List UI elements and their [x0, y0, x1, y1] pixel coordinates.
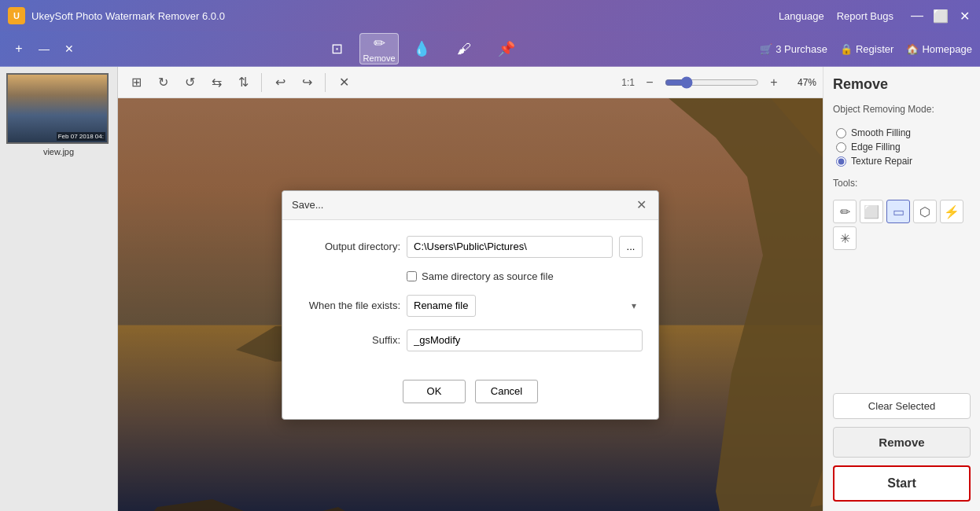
zoom-in-btn[interactable]: +: [762, 71, 786, 94]
add-file-btn[interactable]: +: [8, 38, 30, 60]
eraser-tool[interactable]: ⬜: [860, 200, 883, 223]
suffix-label: Suffix:: [298, 334, 400, 346]
edge-filling-radio[interactable]: [836, 142, 846, 153]
zoom-percent-label: 47%: [789, 77, 816, 88]
crop-tool-btn[interactable]: ⊡: [317, 33, 356, 64]
modal-overlay: Save... ✕ Output directory: ...: [118, 98, 823, 511]
file-exists-select-wrapper: Rename file Overwrite Skip ▾: [407, 295, 643, 317]
flip-v-btn[interactable]: ⇅: [231, 71, 255, 94]
texture-repair-label: Texture Repair: [851, 156, 912, 167]
thumbnail-item[interactable]: Feb 07 2018 04: view.jpg: [6, 73, 111, 156]
zoom-1to1-label[interactable]: 1:1: [621, 77, 635, 88]
browse-btn[interactable]: ...: [619, 236, 643, 258]
file-exists-label: When the file exists:: [298, 300, 400, 311]
pen-tool[interactable]: ✏: [833, 200, 857, 223]
register-btn[interactable]: 🔒 Register: [840, 43, 893, 55]
grid-btn[interactable]: ⊞: [124, 71, 148, 94]
thumbnail-date: Feb 07 2018 04:: [57, 132, 105, 141]
remove-tool-label: Remove: [363, 53, 396, 63]
file-exists-row: When the file exists: Rename file Overwr…: [298, 295, 643, 317]
dialog-close-btn[interactable]: ✕: [633, 197, 649, 213]
dialog-footer: OK Cancel: [282, 380, 658, 419]
restore-btn[interactable]: ⬜: [933, 9, 949, 24]
clear-selected-button[interactable]: Clear Selected: [833, 393, 971, 419]
smooth-filling-label: Smooth Filling: [851, 127, 911, 138]
magic-wand-tool[interactable]: ⚡: [940, 200, 963, 223]
cancel-button[interactable]: Cancel: [475, 380, 538, 403]
file-exists-select[interactable]: Rename file Overwrite Skip: [407, 295, 476, 317]
close-btn[interactable]: ✕: [956, 9, 972, 24]
panel-title: Remove: [833, 76, 971, 93]
language-btn[interactable]: Language: [779, 10, 824, 22]
edge-filling-label: Edge Filling: [851, 142, 901, 153]
purchase-btn[interactable]: 🛒 3 Purchase: [760, 43, 827, 55]
rotate-cw-btn[interactable]: ↻: [151, 71, 175, 94]
remove-file-btn[interactable]: —: [33, 38, 55, 60]
smooth-filling-radio[interactable]: [836, 128, 846, 138]
brush-tool-btn[interactable]: 🖌: [444, 33, 484, 64]
dialog-title: Save...: [292, 199, 323, 211]
tools-section-label: Tools:: [833, 178, 971, 189]
thumbnail-filename: view.jpg: [6, 147, 111, 156]
output-dir-row: Output directory: ...: [298, 236, 643, 258]
tb-sep-2: [325, 73, 326, 92]
app-bar-right: 🛒 3 Purchase 🔒 Register 🏠 Homepage: [760, 43, 972, 55]
suffix-row: Suffix:: [298, 329, 643, 351]
zoom-slider[interactable]: [665, 76, 759, 89]
same-dir-row: Same directory as source file: [298, 270, 643, 282]
same-dir-label: Same directory as source file: [422, 270, 554, 282]
title-bar: U UkeySoft Photo Watermark Remover 6.0.0…: [0, 0, 980, 31]
tb-sep-1: [261, 73, 262, 92]
pin-tool-btn[interactable]: 📌: [487, 33, 526, 64]
output-dir-input[interactable]: [407, 236, 613, 258]
edge-filling-option[interactable]: Edge Filling: [836, 142, 971, 153]
zoom-out-btn[interactable]: −: [638, 71, 661, 94]
dialog-header: Save... ✕: [282, 191, 658, 220]
thumbnail-preview: Feb 07 2018 04:: [6, 73, 109, 144]
close-image-btn[interactable]: ✕: [332, 71, 356, 94]
main-tools: ⊡ ✏ Remove 💧 🖌 📌: [317, 33, 526, 64]
mode-label: Object Removing Mode:: [833, 104, 971, 115]
homepage-btn[interactable]: 🏠 Homepage: [906, 43, 972, 55]
undo-btn[interactable]: ↩: [268, 71, 292, 94]
dialog-body: Output directory: ... Same directory as …: [282, 220, 658, 380]
fill-tool-btn[interactable]: 💧: [402, 33, 441, 64]
chevron-down-icon: ▾: [632, 300, 636, 311]
flip-h-btn[interactable]: ⇆: [204, 71, 228, 94]
same-dir-checkbox[interactable]: [407, 271, 417, 281]
mode-radio-group: Smooth Filling Edge Filling Texture Repa…: [833, 127, 971, 167]
texture-repair-option[interactable]: Texture Repair: [836, 156, 971, 167]
redo-btn[interactable]: ↪: [295, 71, 319, 94]
right-panel: Remove Object Removing Mode: Smooth Fill…: [823, 67, 980, 511]
panel-spacer: [833, 258, 971, 385]
close-file-btn[interactable]: ✕: [58, 38, 80, 60]
smooth-filling-option[interactable]: Smooth Filling: [836, 127, 971, 138]
title-nav: Language Report Bugs: [779, 10, 893, 22]
tools-row: ✏ ⬜ ▭ ⬡ ⚡ ✳: [833, 200, 971, 250]
rotate-ccw-btn[interactable]: ↺: [178, 71, 201, 94]
remove-button[interactable]: Remove: [833, 427, 971, 458]
minimize-btn[interactable]: —: [909, 9, 925, 24]
ok-button[interactable]: OK: [403, 380, 466, 403]
texture-repair-radio[interactable]: [836, 156, 846, 167]
select-all-tool[interactable]: ✳: [833, 226, 857, 250]
canvas-content[interactable]: Save... ✕ Output directory: ...: [118, 98, 823, 511]
report-bugs-btn[interactable]: Report Bugs: [837, 10, 893, 22]
save-dialog: Save... ✕ Output directory: ...: [282, 190, 659, 420]
window-controls: — ⬜ ✕: [909, 9, 972, 24]
rect-tool[interactable]: ▭: [886, 200, 910, 223]
output-dir-label: Output directory:: [298, 241, 400, 252]
remove-tool-btn[interactable]: ✏ Remove: [359, 33, 399, 64]
lasso-tool[interactable]: ⬡: [913, 200, 937, 223]
canvas-area: ⊞ ↻ ↺ ⇆ ⇅ ↩ ↪ ✕ 1:1 − + 47%: [118, 67, 823, 511]
app-title: UkeySoft Photo Watermark Remover 6.0.0: [31, 10, 779, 22]
app-logo: U: [8, 7, 25, 24]
app-bar: + — ✕ ⊡ ✏ Remove 💧 🖌 📌 🛒 3 Purchase: [0, 31, 980, 67]
main-layout: Feb 07 2018 04: view.jpg ⊞ ↻ ↺ ⇆ ⇅ ↩ ↪ ✕…: [0, 67, 980, 511]
suffix-input[interactable]: [407, 329, 643, 351]
thumbnail-panel: Feb 07 2018 04: view.jpg: [0, 67, 118, 511]
zoom-control: 1:1 − + 47%: [621, 71, 816, 94]
start-button[interactable]: Start: [833, 465, 971, 502]
canvas-toolbar: ⊞ ↻ ↺ ⇆ ⇅ ↩ ↪ ✕ 1:1 − + 47%: [118, 67, 823, 98]
